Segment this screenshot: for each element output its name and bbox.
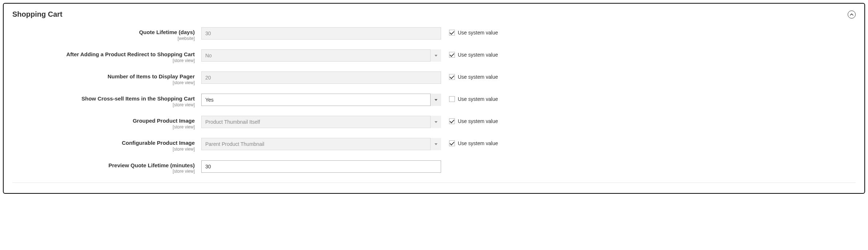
input-col: No [201, 49, 441, 62]
field-scope: [website] [12, 36, 195, 42]
input-col [201, 160, 441, 173]
label-col: After Adding a Product Redirect to Shopp… [12, 49, 201, 63]
input-col [201, 71, 441, 84]
select-display: Parent Product Thumbnail [201, 138, 441, 150]
field-label: Show Cross-sell Items in the Shopping Ca… [12, 95, 195, 102]
select-display: No [201, 49, 441, 62]
system-value-col: Use system value [441, 49, 498, 58]
label-col: Number of Items to Display Pager [store … [12, 71, 201, 86]
field-label: Grouped Product Image [12, 117, 195, 124]
label-col: Quote Lifetime (days) [website] [12, 27, 201, 41]
section-title: Shopping Cart [12, 10, 62, 19]
row-grouped-image: Grouped Product Image [store view] Produ… [12, 116, 856, 130]
system-value-col: Use system value [441, 94, 498, 102]
use-system-label: Use system value [458, 96, 498, 102]
field-scope: [store view] [12, 102, 195, 108]
field-label: Quote Lifetime (days) [12, 29, 195, 36]
field-scope: [store view] [12, 58, 195, 64]
use-system-checkbox[interactable] [449, 52, 455, 58]
use-system-label: Use system value [458, 74, 498, 80]
use-system-checkbox[interactable] [449, 96, 455, 102]
use-system-label: Use system value [458, 140, 498, 146]
use-system-checkbox[interactable] [449, 118, 455, 124]
shopping-cart-section: Shopping Cart Quote Lifetime (days) [web… [3, 3, 865, 194]
system-value-col: Use system value [441, 27, 498, 36]
field-label: Preview Quote Lifetime (minutes) [12, 162, 195, 169]
grouped-image-select[interactable]: Product Thumbnail Itself [201, 116, 441, 128]
input-col: Product Thumbnail Itself [201, 116, 441, 128]
row-pager-items: Number of Items to Display Pager [store … [12, 71, 856, 86]
label-col: Configurable Product Image [store view] [12, 138, 201, 152]
row-configurable-image: Configurable Product Image [store view] … [12, 138, 856, 152]
use-system-label: Use system value [458, 30, 498, 36]
input-col [201, 27, 441, 40]
configurable-image-select[interactable]: Parent Product Thumbnail [201, 138, 441, 150]
field-label: After Adding a Product Redirect to Shopp… [12, 51, 195, 58]
form-rows: Quote Lifetime (days) [website] Use syst… [12, 27, 856, 175]
label-col: Preview Quote Lifetime (minutes) [store … [12, 160, 201, 175]
select-display: Product Thumbnail Itself [201, 116, 441, 128]
row-redirect-to-cart: After Adding a Product Redirect to Shopp… [12, 49, 856, 63]
label-col: Grouped Product Image [store view] [12, 116, 201, 130]
field-label: Configurable Product Image [12, 139, 195, 147]
field-scope: [store view] [12, 147, 195, 152]
section-header: Shopping Cart [12, 10, 856, 19]
row-quote-lifetime: Quote Lifetime (days) [website] Use syst… [12, 27, 856, 41]
pager-items-input[interactable] [201, 71, 441, 84]
field-scope: [store view] [12, 124, 195, 130]
row-crosssell: Show Cross-sell Items in the Shopping Ca… [12, 94, 856, 108]
label-col: Show Cross-sell Items in the Shopping Ca… [12, 94, 201, 108]
system-value-col: Use system value [441, 71, 498, 80]
use-system-checkbox[interactable] [449, 140, 455, 146]
system-value-col: Use system value [441, 116, 498, 124]
input-col: Parent Product Thumbnail [201, 138, 441, 150]
use-system-checkbox[interactable] [449, 30, 455, 36]
section-divider [12, 183, 856, 183]
field-scope: [store view] [12, 80, 195, 86]
system-value-col [441, 160, 449, 163]
input-col: Yes [201, 94, 441, 106]
preview-quote-input[interactable] [201, 160, 441, 173]
use-system-label: Use system value [458, 52, 498, 58]
system-value-col: Use system value [441, 138, 498, 146]
collapse-button[interactable] [848, 11, 856, 19]
crosssell-select[interactable]: Yes [201, 94, 441, 106]
row-preview-quote: Preview Quote Lifetime (minutes) [store … [12, 160, 856, 175]
use-system-label: Use system value [458, 118, 498, 124]
select-display: Yes [201, 94, 441, 106]
redirect-select[interactable]: No [201, 49, 441, 62]
field-label: Number of Items to Display Pager [12, 73, 195, 80]
chevron-up-icon [850, 13, 853, 16]
quote-lifetime-input[interactable] [201, 27, 441, 40]
use-system-checkbox[interactable] [449, 74, 455, 80]
field-scope: [store view] [12, 169, 195, 175]
